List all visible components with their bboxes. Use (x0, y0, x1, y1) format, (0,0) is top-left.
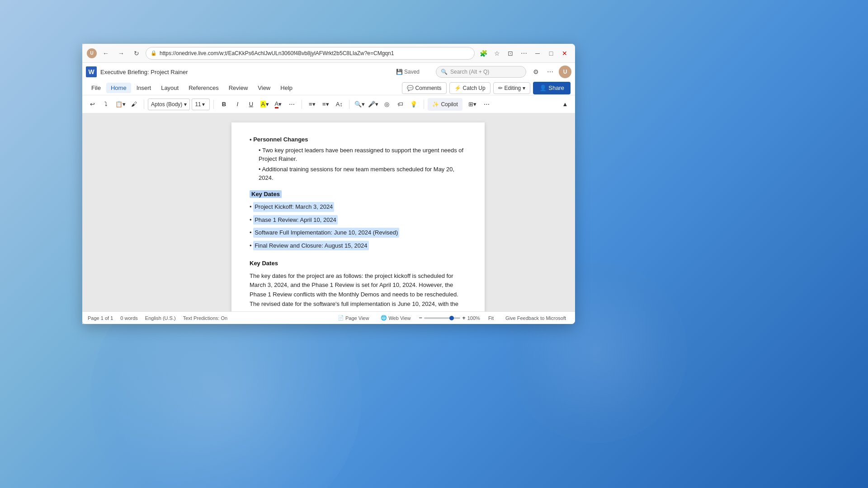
font-size-selector[interactable]: 11 ▾ (192, 99, 210, 110)
more-format-button[interactable]: ⋯ (285, 98, 298, 111)
page-info: Page 1 of 1 (88, 315, 113, 321)
date-item-1: Project Kickoff: March 3, 2024 (250, 202, 467, 213)
key-dates-prose-section: Key Dates The key dates for the project … (250, 259, 467, 311)
doc-sidebar-left (82, 113, 168, 311)
extensions-button[interactable]: 🧩 (477, 47, 489, 59)
layout-button[interactable]: ⊞▾ (466, 98, 479, 111)
collections-button[interactable]: ⊡ (505, 47, 516, 59)
word-logo: W (86, 66, 97, 77)
share-button[interactable]: 👤 Share (533, 82, 571, 94)
key-dates-highlighted-section: Key Dates Project Kickoff: March 3, 2024… (250, 190, 467, 252)
personnel-bullet-2: Additional training sessions for new tea… (259, 165, 467, 183)
more-options-button[interactable]: ⋯ (544, 66, 556, 78)
clipboard-group: 📋▾ 🖌 (114, 98, 140, 111)
catchup-button[interactable]: ⚡ Catch Up (449, 82, 491, 94)
document-area: Personnel Changes Two key project leader… (82, 113, 575, 311)
back-button[interactable]: ← (99, 47, 112, 60)
size-chevron-icon: ▾ (202, 101, 205, 108)
key-dates-prose-text: The key dates for the project are as fol… (250, 272, 467, 312)
undo-redo-group: ↩ ⤵ (86, 98, 112, 111)
menu-layout[interactable]: Layout (156, 83, 183, 93)
web-view-button[interactable]: 🌐 Web View (377, 314, 414, 322)
menu-view[interactable]: View (253, 83, 275, 93)
feedback-button[interactable]: Give Feedback to Microsoft (502, 314, 570, 322)
address-bar[interactable]: 🔒 https://onedrive.live.com/w;t/EaCKkPs6… (146, 47, 475, 60)
menu-review[interactable]: Review (224, 83, 253, 93)
copilot-icon: ✨ (432, 101, 439, 108)
close-button[interactable]: ✕ (559, 47, 571, 59)
language-indicator: English (U.S.) (145, 315, 176, 321)
toolbar-separator-2 (213, 100, 214, 109)
document-title: Executive Briefing: Project Rainer (100, 69, 392, 75)
menu-insert[interactable]: Insert (132, 83, 156, 93)
refresh-button[interactable]: ↻ (130, 47, 143, 60)
menu-references[interactable]: References (184, 83, 223, 93)
doc-page: Personnel Changes Two key project leader… (168, 113, 548, 311)
bullets-button[interactable]: ≡▾ (306, 98, 318, 111)
format-painter-button[interactable]: 🖌 (127, 98, 140, 111)
minimize-button[interactable]: ─ (532, 47, 543, 59)
toolbar-overflow-button[interactable]: ⋯ (481, 98, 493, 111)
page-view-button[interactable]: 📄 Page View (334, 314, 373, 322)
font-color-button[interactable]: A▾ (272, 98, 284, 111)
text-predictions-indicator: Text Predictions: On (183, 315, 227, 321)
menu-help[interactable]: Help (276, 83, 297, 93)
sensitivity-button[interactable]: 🏷 (394, 98, 406, 111)
font-name-selector[interactable]: Aptos (Body) ▾ (148, 99, 190, 110)
redo-button[interactable]: ⤵ (99, 98, 112, 111)
paste-button[interactable]: 📋▾ (114, 98, 127, 111)
comments-button[interactable]: 💬 Comments (402, 82, 447, 94)
focus-button[interactable]: ◎ (380, 98, 393, 111)
browser-nav-actions: 🧩 ☆ ⊡ ⋯ ─ □ ✕ (477, 47, 571, 59)
toolbar-collapse-button[interactable]: ▲ (559, 98, 571, 111)
favorites-button[interactable]: ☆ (491, 47, 503, 59)
word-count: 0 words (120, 315, 138, 321)
copilot-button[interactable]: ✨ Copilot (428, 98, 462, 111)
doc-content: Personnel Changes Two key project leader… (250, 135, 467, 311)
catchup-icon: ⚡ (454, 85, 461, 91)
statusbar-right: 📄 Page View 🌐 Web View − + 100% Fit Give… (334, 314, 570, 322)
insights-button[interactable]: 💡 (407, 98, 420, 111)
browser-navbar: U ← → ↻ 🔒 https://onedrive.live.com/w;t/… (82, 44, 575, 63)
comments-icon: 💬 (407, 85, 414, 91)
menu-file[interactable]: File (87, 83, 105, 93)
personnel-bullet-1: Two key project leaders have been reassi… (259, 146, 467, 164)
word-search-bar[interactable]: 🔍 Search (Alt + Q) (436, 66, 526, 78)
underline-button[interactable]: U (245, 98, 257, 111)
tools-group: 🔍▾ 🎤▾ ◎ 🏷 💡 (353, 98, 420, 111)
highlight-button[interactable]: A▾ (258, 98, 271, 111)
zoom-slider[interactable] (424, 317, 460, 319)
zoom-thumb (449, 316, 454, 320)
word-statusbar: Page 1 of 1 0 words English (U.S.) Text … (82, 311, 575, 324)
italic-button[interactable]: I (231, 98, 244, 111)
undo-button[interactable]: ↩ (86, 98, 99, 111)
bold-button[interactable]: B (217, 98, 230, 111)
key-dates-title-2: Key Dates (250, 259, 467, 268)
align-button[interactable]: ≡▾ (319, 98, 332, 111)
browser-more-button[interactable]: ⋯ (518, 47, 530, 59)
page-view-icon: 📄 (338, 315, 344, 321)
menu-home[interactable]: Home (106, 83, 131, 93)
url-text: https://onedrive.live.com/w;t/EaCKkPs6Ac… (160, 50, 470, 56)
fit-button[interactable]: Fit (485, 314, 497, 322)
key-dates-title-1: Key Dates (250, 190, 467, 199)
date-item-2: Phase 1 Review: April 10, 2024 (250, 215, 467, 226)
settings-button[interactable]: ⚙ (530, 66, 542, 78)
zoom-in-button[interactable]: + (462, 314, 466, 321)
read-aloud-button[interactable]: 🎤▾ (367, 98, 379, 111)
toolbar-separator-3 (302, 100, 302, 109)
zoom-out-button[interactable]: − (419, 314, 423, 321)
web-view-icon: 🌐 (381, 315, 387, 321)
editing-pencil-icon: ✏ (498, 85, 503, 91)
editing-chevron-icon: ▾ (523, 85, 525, 91)
menu-right-actions: 💬 Comments ⚡ Catch Up ✏ Editing ▾ 👤 Shar… (402, 82, 571, 94)
forward-button[interactable]: → (115, 47, 127, 60)
para-format-group: ≡▾ ≡▾ A↕ (306, 98, 345, 111)
doc-paper[interactable]: Personnel Changes Two key project leader… (231, 122, 485, 311)
user-avatar[interactable]: U (559, 66, 571, 78)
date-item-3: Software Full Implementation: June 10, 2… (250, 228, 467, 239)
find-button[interactable]: 🔍▾ (353, 98, 366, 111)
maximize-button[interactable]: □ (545, 47, 557, 59)
editing-button[interactable]: ✏ Editing ▾ (493, 82, 531, 94)
paragraph-spacing-button[interactable]: A↕ (333, 98, 345, 111)
